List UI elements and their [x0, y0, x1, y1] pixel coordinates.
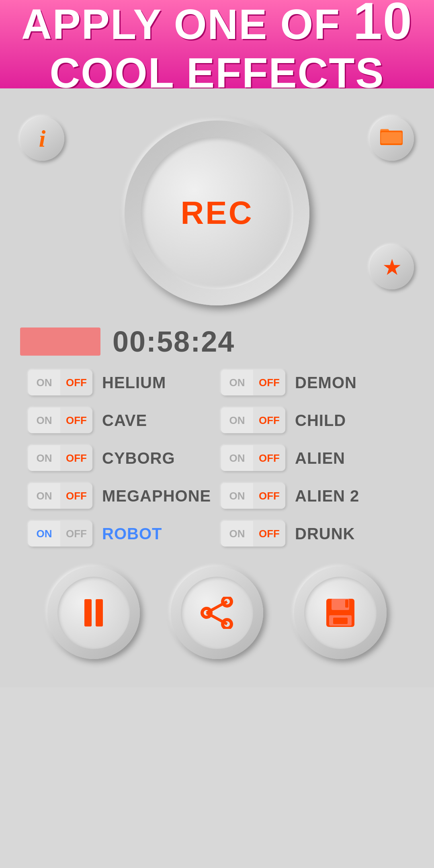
toggle-helium-off: OFF: [60, 370, 92, 395]
toggle-drunk-on: ON: [221, 521, 253, 547]
toggle-demon-on: ON: [221, 370, 253, 395]
toggle-demon-off: OFF: [253, 370, 285, 395]
svg-rect-14: [333, 618, 348, 624]
effect-name-child: CHILD: [295, 411, 346, 430]
timer-row: 00:58:24: [20, 326, 414, 358]
toggle-robot-on: ON: [28, 521, 60, 547]
effect-cave: ON OFF CAVE: [28, 407, 213, 433]
toggle-alien-off: OFF: [253, 445, 285, 471]
toggle-cyborg[interactable]: ON OFF: [28, 445, 92, 471]
effect-name-robot: ROBOT: [102, 525, 162, 543]
rec-button[interactable]: REC: [141, 137, 293, 289]
toggle-alien[interactable]: ON OFF: [221, 445, 285, 471]
pause-button[interactable]: [47, 567, 140, 659]
toggle-megaphone-on: ON: [28, 483, 60, 509]
info-button[interactable]: i: [20, 117, 64, 161]
toggle-alien2-off: OFF: [253, 483, 285, 509]
toggle-cave[interactable]: ON OFF: [28, 407, 92, 433]
rec-knob-outer: REC: [125, 121, 309, 305]
main-panel: i REC ★ 00:58:24: [0, 88, 434, 687]
toggle-child[interactable]: ON OFF: [221, 407, 285, 433]
effect-name-megaphone: MEGAPHONE: [102, 487, 211, 505]
info-icon: i: [39, 125, 46, 153]
rec-label: REC: [181, 194, 254, 231]
effect-cyborg: ON OFF CYBORG: [28, 445, 213, 471]
toggle-helium[interactable]: ON OFF: [28, 370, 92, 395]
effect-child: ON OFF CHILD: [221, 407, 406, 433]
svg-line-8: [207, 602, 227, 613]
star-button[interactable]: ★: [370, 245, 414, 289]
effect-drunk: ON OFF DRUNK: [221, 521, 406, 547]
toggle-alien2-on: ON: [221, 483, 253, 509]
toggle-drunk[interactable]: ON OFF: [221, 521, 285, 547]
toggle-megaphone-off: OFF: [60, 483, 92, 509]
effect-name-helium: HELIUM: [102, 374, 166, 392]
share-button[interactable]: [171, 567, 263, 659]
effect-name-cave: CAVE: [102, 411, 147, 430]
effect-name-cyborg: CYBORG: [102, 449, 175, 467]
toggle-child-off: OFF: [253, 407, 285, 433]
folder-button[interactable]: [370, 117, 414, 161]
toggle-helium-on: ON: [28, 370, 60, 395]
effects-grid: ON OFF HELIUM ON OFF DEMON ON OFF CAVE O…: [20, 370, 414, 547]
effect-demon: ON OFF DEMON: [221, 370, 406, 395]
share-icon: [200, 597, 234, 629]
svg-line-9: [207, 613, 227, 624]
bottom-controls: [20, 567, 414, 675]
effect-megaphone: ON OFF MEGAPHONE: [28, 483, 213, 509]
share-button-inner: [181, 577, 253, 649]
effect-robot: ON OFF ROBOT: [28, 521, 213, 547]
svg-rect-12: [345, 600, 348, 608]
effect-name-demon: DEMON: [295, 374, 357, 392]
timer-display: 00:58:24: [113, 325, 235, 358]
toggle-robot-off: OFF: [60, 521, 92, 547]
toggle-alien-on: ON: [221, 445, 253, 471]
toggle-cave-on: ON: [28, 407, 60, 433]
save-icon: [324, 597, 356, 629]
toggle-drunk-off: OFF: [253, 521, 285, 547]
toggle-demon[interactable]: ON OFF: [221, 370, 285, 395]
top-controls: i REC ★: [20, 104, 414, 321]
toggle-robot[interactable]: ON OFF: [28, 521, 92, 547]
star-icon: ★: [382, 254, 402, 280]
effect-alien2: ON OFF ALIEN 2: [221, 483, 406, 509]
header-banner: APPLY ONE OF 10COOL EFFECTS: [0, 0, 434, 88]
header-title: APPLY ONE OF 10COOL EFFECTS: [21, 0, 413, 96]
progress-bar: [20, 328, 100, 356]
save-button[interactable]: [294, 567, 387, 659]
effect-name-drunk: DRUNK: [295, 525, 355, 543]
effect-helium: ON OFF HELIUM: [28, 370, 213, 395]
toggle-cyborg-on: ON: [28, 445, 60, 471]
effect-name-alien2: ALIEN 2: [295, 487, 359, 505]
toggle-megaphone[interactable]: ON OFF: [28, 483, 92, 509]
pause-button-inner: [57, 577, 130, 649]
pause-icon: [84, 599, 103, 626]
effect-name-alien: ALIEN: [295, 449, 345, 467]
effect-alien: ON OFF ALIEN: [221, 445, 406, 471]
toggle-cyborg-off: OFF: [60, 445, 92, 471]
toggle-child-on: ON: [221, 407, 253, 433]
toggle-alien2[interactable]: ON OFF: [221, 483, 285, 509]
folder-icon: [380, 127, 403, 151]
save-button-inner: [304, 577, 377, 649]
svg-rect-4: [381, 132, 402, 143]
toggle-cave-off: OFF: [60, 407, 92, 433]
